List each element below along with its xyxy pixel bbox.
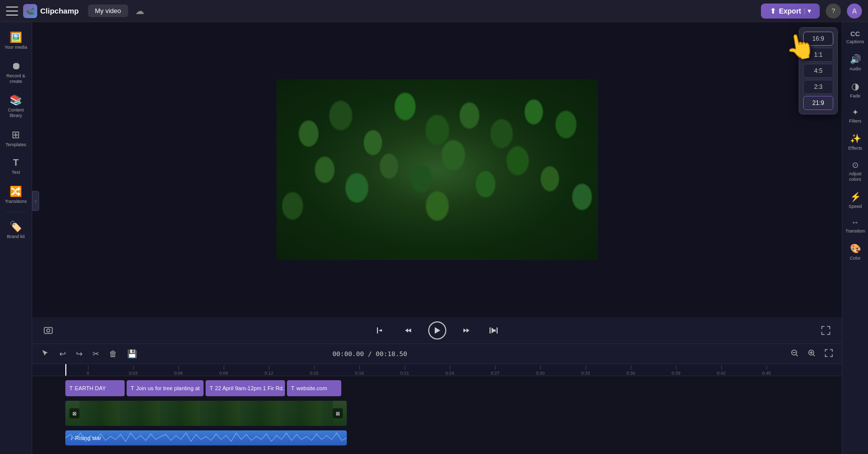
user-avatar[interactable]: A	[847, 4, 862, 19]
ruler-mark-0: 0	[65, 366, 111, 376]
sidebar-label-templates: Templates	[6, 142, 26, 148]
cloud-sync-icon[interactable]: ☁	[135, 6, 144, 17]
svg-point-1	[47, 329, 50, 332]
topbar: 📹 Clipchamp My video ☁ ⬆ Export ▾ ? A	[0, 0, 868, 22]
content-library-icon: 📚	[10, 94, 22, 106]
rewind-button[interactable]	[400, 322, 416, 338]
video-clip-start-marker: ⊠	[69, 408, 79, 418]
right-tool-adjust-colors[interactable]: ⊙ Adjust colors	[843, 156, 867, 186]
music-note-icon: ♪	[70, 435, 73, 441]
text-clip-website[interactable]: T website.com	[287, 380, 341, 396]
audio-waveform	[65, 430, 347, 445]
text-clip-website-label: website.com	[297, 385, 327, 391]
sidebar-collapse-button[interactable]: ‹	[32, 191, 39, 211]
export-icon: ⬆	[770, 7, 776, 15]
play-button[interactable]	[428, 321, 446, 339]
timeline-ruler: 0 0:03 0:06 0:09	[32, 364, 842, 376]
save-button[interactable]: 💾	[124, 347, 140, 361]
left-controls	[40, 322, 56, 338]
select-tool-button[interactable]	[38, 347, 52, 361]
right-tool-speed[interactable]: ⚡ Speed	[843, 187, 867, 213]
text-icon: T	[13, 158, 19, 168]
sidebar-collapse-icon: ‹	[35, 198, 36, 204]
aspect-4-5-button[interactable]: 4:5	[803, 64, 833, 78]
text-clip-join-us-label: Join us for tree planting at	[136, 385, 200, 391]
sidebar-item-text[interactable]: T Text	[2, 154, 30, 179]
ruler-mark-021: 0:21	[382, 366, 427, 376]
cut-button[interactable]: ✂	[89, 347, 102, 361]
sidebar-item-templates[interactable]: ⊞ Templates	[2, 125, 30, 152]
ruler-mark-036: 0:36	[608, 366, 653, 376]
zoom-in-button[interactable]	[805, 348, 819, 360]
text-clip-icon-2: T	[131, 385, 134, 391]
right-tool-captions-label: Captions	[846, 39, 864, 45]
aspect-21-9-button[interactable]: 21:9	[803, 96, 833, 110]
sidebar-label-transitions: Transitions	[5, 199, 27, 204]
text-track-row: T EARTH DAY T Join us for tree planting …	[65, 379, 842, 397]
aspect-1-1-button[interactable]: 1:1	[803, 48, 833, 62]
ruler-mark-009: 0:09	[201, 366, 246, 376]
playback-controls	[32, 317, 842, 344]
forward-button[interactable]	[458, 322, 474, 338]
menu-icon[interactable]	[6, 7, 18, 16]
timeline-content[interactable]: 0 0:03 0:06 0:09	[32, 364, 842, 454]
video-clip-main[interactable]: ⊠ ⊠	[65, 401, 347, 426]
sidebar-label-content-library: Content library	[4, 107, 28, 119]
aspect-2-3-button[interactable]: 2:3	[803, 80, 833, 94]
sidebar-item-record-create[interactable]: ⏺ Record & create	[2, 56, 30, 88]
fade-icon: ◑	[851, 81, 859, 92]
left-sidebar: 🖼️ Your media ⏺ Record & create 📚 Conten…	[0, 22, 32, 454]
app-logo-icon: 📹	[23, 4, 37, 18]
right-tool-filters[interactable]: ✦ Filters	[843, 103, 867, 128]
color-icon: 🎨	[850, 243, 861, 254]
sidebar-item-content-library[interactable]: 📚 Content library	[2, 90, 30, 123]
text-clip-join-us[interactable]: T Join us for tree planting at	[127, 380, 204, 396]
tracks-area: T EARTH DAY T Join us for tree planting …	[32, 376, 842, 450]
timeline-area: ↩ ↪ ✂ 🗑 💾 00:00.00 / 00:18.50	[32, 344, 842, 454]
app-name: Clipchamp	[40, 7, 79, 15]
redo-button[interactable]: ↪	[73, 347, 85, 361]
sidebar-label-brand-kit: Brand kit	[7, 234, 25, 240]
skip-forward-button[interactable]	[487, 322, 503, 338]
right-tool-filters-label: Filters	[849, 119, 861, 124]
text-clip-date-time[interactable]: T 22 April 9am-12pm 1 Fir Rd.	[206, 380, 285, 396]
svg-line-8	[813, 355, 815, 356]
right-tool-audio[interactable]: 🔊 Audio	[843, 50, 867, 76]
sidebar-label-record-create: Record & create	[4, 73, 28, 84]
right-tool-transition[interactable]: ↔ Transition	[843, 214, 867, 238]
video-track: ⊠ ⊠	[65, 400, 347, 426]
export-button[interactable]: ⬆ Export ▾	[761, 4, 820, 19]
sidebar-item-brand-kit[interactable]: 🏷️ Brand kit	[2, 216, 30, 244]
text-track: T EARTH DAY T Join us for tree planting …	[65, 380, 341, 396]
right-controls	[818, 322, 834, 338]
audio-clip-label: ♪ Rising star	[70, 435, 101, 441]
project-title-button[interactable]: My video	[88, 5, 128, 17]
video-track-row: ⊠ ⊠	[65, 400, 842, 426]
text-clip-earth-day[interactable]: T EARTH DAY	[65, 380, 125, 396]
filters-icon: ✦	[852, 107, 858, 117]
ruler-mark-015: 0:15	[292, 366, 337, 376]
undo-button[interactable]: ↩	[56, 347, 69, 361]
right-tool-fade[interactable]: ◑ Fade	[843, 77, 867, 103]
skip-back-button[interactable]	[372, 322, 388, 338]
video-frame[interactable]	[276, 79, 598, 260]
right-tool-captions[interactable]: CC Captions	[843, 26, 867, 49]
fullscreen-button[interactable]	[818, 322, 834, 338]
text-clip-icon-3: T	[210, 385, 213, 391]
sidebar-item-your-media[interactable]: 🖼️ Your media	[2, 27, 30, 54]
sidebar-item-transitions[interactable]: 🔀 Transitions	[2, 181, 30, 208]
delete-button[interactable]: 🗑	[106, 348, 120, 361]
zoom-out-button[interactable]	[788, 348, 802, 360]
audio-clip-rising-star[interactable]: ♪ Rising star	[65, 430, 347, 445]
transitions-icon: 🔀	[10, 185, 22, 197]
right-tool-color[interactable]: 🎨 Color	[843, 239, 867, 265]
fit-timeline-button[interactable]	[822, 348, 836, 360]
help-button[interactable]: ?	[826, 4, 841, 19]
aspect-16-9-button[interactable]: 16:9	[803, 32, 833, 46]
screenshot-button[interactable]	[40, 322, 56, 338]
aspect-ratio-popup: 16:9 1:1 4:5 2:3 21:9	[799, 27, 838, 115]
right-tool-effects[interactable]: ✨ Effects	[843, 129, 867, 155]
captions-icon: CC	[850, 30, 860, 38]
ruler-mark-012: 0:12	[246, 366, 292, 376]
forest-trees-overlay	[276, 79, 598, 260]
